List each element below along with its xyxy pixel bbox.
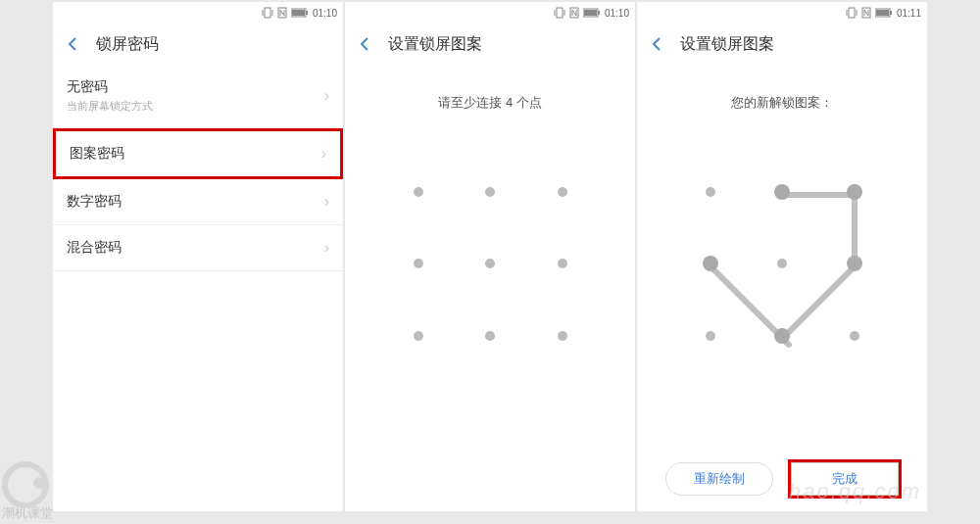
option-numeric-password[interactable]: 数字密码 › (53, 179, 343, 225)
option-no-password[interactable]: 无密码 当前屏幕锁定方式 › (53, 65, 343, 128)
svg-rect-19 (876, 10, 889, 16)
pattern-line (780, 263, 857, 340)
redo-button[interactable]: 重新绘制 (665, 462, 773, 496)
pattern-dot (485, 259, 495, 268)
chevron-right-icon: › (324, 193, 329, 211)
status-time: 01:10 (605, 8, 629, 19)
status-bar: 01:10 (53, 2, 343, 24)
options-list: 无密码 当前屏幕锁定方式 › 图案密码 › 数字密码 › 混合密码 (53, 65, 343, 271)
watermark-right: hao.qq.com (789, 479, 921, 504)
pattern-grid[interactable] (387, 161, 593, 366)
vibrate-icon (846, 7, 858, 19)
svg-rect-0 (265, 8, 270, 18)
option-mixed-password[interactable]: 混合密码 › (53, 225, 343, 271)
header: 设置锁屏图案 (345, 24, 635, 65)
option-sublabel: 当前屏幕锁定方式 (67, 99, 153, 114)
back-icon[interactable] (65, 35, 82, 53)
battery-icon (291, 8, 309, 18)
nfc-icon (861, 7, 871, 19)
vibrate-icon (554, 7, 565, 19)
pattern-dot (777, 259, 787, 268)
svg-rect-6 (306, 11, 308, 15)
pattern-line (782, 192, 855, 198)
svg-rect-13 (598, 11, 600, 15)
option-label: 无密码 (67, 78, 153, 96)
pattern-dot (485, 331, 495, 341)
screen-draw-pattern: 01:10 设置锁屏图案 请至少连接 4 个点 (345, 2, 635, 511)
screen-confirm-pattern: 01:11 设置锁屏图案 您的新解锁图案： 重新绘制 (637, 2, 927, 511)
pattern-dot (774, 184, 790, 200)
pattern-dot (847, 256, 862, 271)
screen-lock-password-list: 01:10 锁屏密码 无密码 当前屏幕锁定方式 › 图案密码 › (53, 2, 343, 511)
header: 锁屏密码 (53, 24, 343, 65)
svg-rect-5 (292, 10, 305, 16)
chevron-right-icon: › (324, 239, 329, 257)
instruction-text: 请至少连接 4 个点 (345, 94, 635, 112)
pattern-grid[interactable] (679, 161, 885, 366)
svg-rect-12 (584, 10, 597, 16)
status-time: 01:11 (897, 8, 921, 19)
back-icon[interactable] (649, 35, 666, 53)
page-title: 设置锁屏图案 (388, 34, 482, 55)
option-label: 数字密码 (67, 193, 122, 211)
svg-rect-20 (890, 11, 892, 15)
battery-icon (875, 8, 893, 18)
pattern-dot (558, 187, 567, 197)
pattern-dot (485, 187, 495, 197)
pattern-dot (414, 259, 423, 268)
chevron-right-icon: › (321, 145, 326, 163)
status-time: 01:10 (313, 8, 337, 19)
pattern-dot (558, 331, 567, 341)
option-pattern-password[interactable]: 图案密码 › (53, 128, 343, 179)
vibrate-icon (262, 7, 273, 19)
svg-rect-14 (849, 8, 855, 18)
status-bar: 01:11 (637, 2, 927, 24)
pattern-dot (706, 187, 715, 197)
status-bar: 01:10 (345, 2, 635, 24)
chevron-right-icon: › (324, 87, 329, 105)
pattern-dot (414, 331, 423, 341)
option-label: 图案密码 (70, 145, 124, 163)
watermark-logo: 潮机课堂 (2, 461, 53, 522)
nfc-icon (569, 7, 579, 19)
header: 设置锁屏图案 (637, 24, 927, 65)
back-icon[interactable] (357, 35, 374, 53)
page-title: 设置锁屏图案 (680, 34, 774, 55)
battery-icon (583, 8, 601, 18)
pattern-dot (703, 256, 718, 271)
pattern-dot (706, 331, 715, 341)
pattern-dot (850, 331, 859, 341)
pattern-dot (558, 259, 567, 268)
nfc-icon (277, 7, 287, 19)
page-title: 锁屏密码 (96, 34, 159, 55)
instruction-text: 您的新解锁图案： (637, 94, 927, 112)
pattern-dot (847, 184, 862, 200)
pattern-dot (414, 187, 423, 197)
pattern-dot (774, 328, 790, 344)
svg-rect-7 (557, 8, 563, 18)
option-label: 混合密码 (67, 239, 122, 257)
